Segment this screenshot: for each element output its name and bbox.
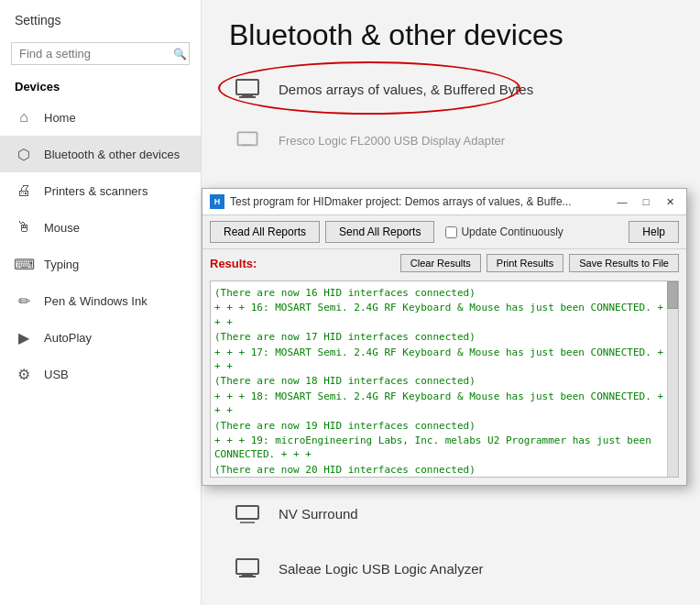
- bluetooth-icon: ⬡: [15, 145, 33, 163]
- read-all-reports-button[interactable]: Read All Reports: [210, 221, 320, 243]
- log-line: + + + 16: MOSART Semi. 2.4G RF Keyboard …: [214, 301, 674, 329]
- sidebar-item-autoplay[interactable]: ▶ AutoPlay: [0, 319, 201, 356]
- log-line: (There are now 17 HID interfaces connect…: [214, 330, 674, 344]
- send-all-reports-button[interactable]: Send All Reports: [325, 221, 434, 243]
- scrollbar[interactable]: [667, 281, 678, 477]
- home-icon: ⌂: [15, 108, 33, 126]
- svg-rect-8: [236, 559, 258, 574]
- autoplay-icon: ▶: [15, 328, 33, 346]
- highlighted-device-entry: Demos arrays of values, & Buffered Bytes: [229, 71, 673, 107]
- log-line: + + + 18: MOSART Semi. 2.4G RF Keyboard …: [214, 390, 674, 418]
- dialog-title: Test program for HIDmaker project: Demos…: [230, 195, 607, 208]
- log-line: (There are now 16 HID interfaces connect…: [214, 286, 674, 300]
- printers-icon: 🖨: [15, 182, 33, 200]
- results-area[interactable]: (There are now 16 HID interfaces connect…: [210, 280, 679, 478]
- device-icon: [229, 71, 266, 107]
- minimize-button[interactable]: —: [613, 194, 631, 209]
- search-input[interactable]: [19, 47, 173, 60]
- dialog-app-icon: H: [210, 194, 224, 209]
- partial-device-icon: [229, 122, 266, 159]
- sidebar-item-bluetooth[interactable]: ⬡ Bluetooth & other devices: [0, 136, 201, 172]
- sidebar-item-label-home: Home: [44, 111, 76, 125]
- sidebar-item-label-bluetooth: Bluetooth & other devices: [44, 148, 180, 161]
- log-line: + + + 19: microEngineering Labs, Inc. me…: [214, 434, 674, 462]
- print-results-button[interactable]: Print Results: [487, 254, 563, 272]
- svg-rect-0: [236, 80, 258, 94]
- saleae-icon: [229, 550, 266, 587]
- log-line: (There are now 18 HID interfaces connect…: [214, 374, 674, 388]
- log-line: (There are now 19 HID interfaces connect…: [214, 419, 674, 433]
- update-continuously-group: Update Continuously: [445, 226, 563, 238]
- sidebar-item-mouse[interactable]: 🖱 Mouse: [0, 209, 201, 246]
- dialog-titlebar: H Test program for HIDmaker project: Dem…: [202, 189, 686, 215]
- hidmaker-dialog: H Test program for HIDmaker project: Dem…: [202, 188, 687, 486]
- sidebar-item-label-pen: Pen & Windows Ink: [44, 294, 148, 308]
- save-results-button[interactable]: Save Results to File: [569, 254, 679, 272]
- page-title: Bluetooth & other devices: [229, 18, 673, 52]
- scrollbar-thumb[interactable]: [667, 281, 678, 309]
- app-title: Settings: [0, 0, 201, 37]
- sidebar-item-usb[interactable]: ⚙ USB: [0, 356, 201, 392]
- log-line: + + + 17: MOSART Semi. 2.4G RF Keyboard …: [214, 346, 674, 374]
- sidebar-item-label-typing: Typing: [44, 258, 79, 271]
- devices-section-label: Devices: [0, 74, 201, 99]
- close-button[interactable]: ✕: [661, 194, 679, 209]
- log-line: (There are now 20 HID interfaces connect…: [214, 463, 674, 477]
- saleae-device-name: Saleae Logic USB Logic Analyzer: [279, 561, 483, 577]
- sidebar-item-label-mouse: Mouse: [44, 221, 80, 235]
- svg-rect-3: [238, 132, 257, 145]
- results-header: Results: Clear Results Print Results Sav…: [202, 249, 686, 277]
- nv-surround-name: NV Surround: [279, 506, 358, 522]
- sidebar-item-label-usb: USB: [44, 368, 69, 381]
- highlighted-device-name: Demos arrays of values, & Buffered Bytes: [279, 82, 533, 97]
- update-continuously-checkbox[interactable]: [445, 226, 457, 238]
- usb-icon: ⚙: [15, 365, 33, 383]
- search-icon: 🔍: [173, 48, 187, 60]
- update-continuously-label: Update Continuously: [461, 226, 563, 238]
- settings-sidebar: Settings 🔍 Devices ⌂ Home ⬡ Bluetooth & …: [0, 0, 202, 605]
- partial-device-name: Fresco Logic FL2000 USB Display Adapter: [279, 134, 505, 148]
- dialog-toolbar: Read All Reports Send All Reports Update…: [202, 215, 686, 249]
- sidebar-item-pen[interactable]: ✏ Pen & Windows Ink: [0, 282, 201, 319]
- pen-icon: ✏: [15, 292, 33, 310]
- help-button[interactable]: Help: [629, 221, 679, 243]
- maximize-button[interactable]: □: [637, 194, 655, 209]
- sidebar-item-printers[interactable]: 🖨 Printers & scanners: [0, 172, 201, 209]
- mouse-icon: 🖱: [15, 218, 33, 236]
- clear-results-button[interactable]: Clear Results: [400, 254, 481, 272]
- sidebar-item-label-autoplay: AutoPlay: [44, 331, 92, 345]
- sidebar-item-typing[interactable]: ⌨ Typing: [0, 246, 201, 282]
- sidebar-item-home[interactable]: ⌂ Home: [0, 99, 201, 136]
- nv-surround-icon: [229, 495, 266, 532]
- results-label: Results:: [210, 257, 395, 270]
- partial-device-entry: Fresco Logic FL2000 USB Display Adapter: [229, 122, 673, 159]
- typing-icon: ⌨: [15, 255, 33, 273]
- saleae-device-entry: Saleae Logic USB Logic Analyzer: [229, 532, 483, 587]
- sidebar-item-label-printers: Printers & scanners: [44, 184, 148, 198]
- svg-rect-5: [236, 506, 258, 519]
- search-box[interactable]: 🔍: [11, 42, 190, 65]
